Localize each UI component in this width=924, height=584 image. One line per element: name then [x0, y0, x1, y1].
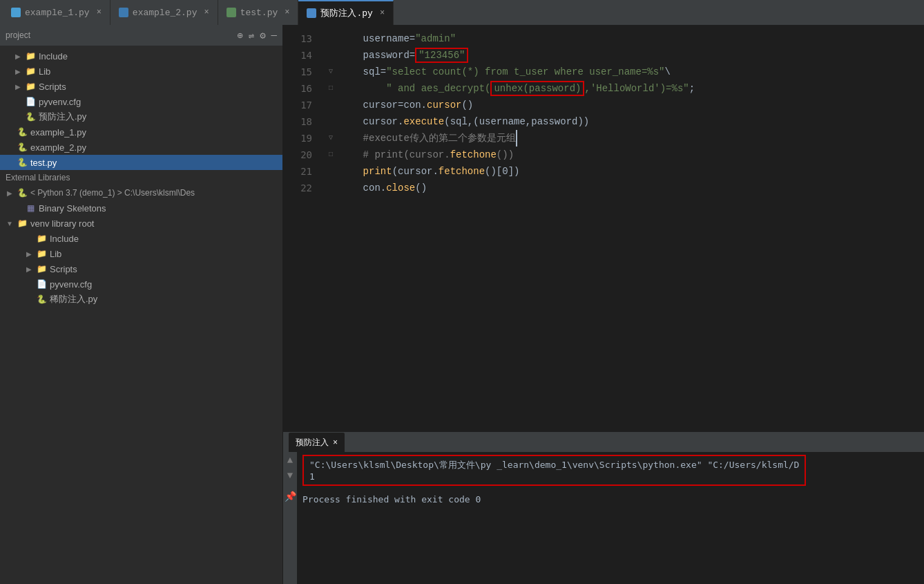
sidebar-item-binary[interactable]: ▦ Binary Skeletons — [0, 200, 282, 216]
terminal-tabs: 预防注入 × — [283, 433, 924, 452]
sidebar-tree: ▶ 📁 Include ▶ 📁 Lib ▶ 📁 Scripts 📄 pyvenv… — [0, 46, 282, 584]
line-numbers: 13 14 15 16 17 18 19 20 21 22 — [283, 25, 318, 432]
fold-14 — [329, 47, 337, 64]
special-icon-yufang: 🐍 — [25, 112, 36, 122]
code-line-15: ▽ sql="select count(*) from t_user where… — [329, 64, 924, 80]
sidebar-item-venv-scripts[interactable]: ▶ 📁 Scripts — [0, 261, 282, 276]
code-text-18: cursor.execute(sql,(username,password)) — [340, 113, 589, 130]
sidebar: project ⊕ ⇌ ⚙ — ▶ 📁 Include ▶ 📁 Lib ▶ 📁 … — [0, 25, 283, 584]
code-text-14: password="123456" — [340, 47, 468, 64]
py-icon-example2: 🐍 — [17, 142, 28, 152]
sidebar-item-yufang[interactable]: 🐍 预防注入.py — [0, 109, 282, 124]
label-example1: example_1.py — [30, 127, 86, 138]
terminal-tab-yufang[interactable]: 预防注入 × — [289, 433, 345, 452]
tab-test[interactable]: test.py × — [218, 0, 299, 25]
fold-22 — [329, 180, 337, 196]
fold-17 — [329, 97, 337, 113]
folder-icon-venv-scripts: 📁 — [36, 264, 47, 274]
down-icon[interactable]: ▼ — [287, 470, 293, 481]
terminal-cmd-line2: 1 — [309, 471, 799, 482]
special-icon-venv-yufang: 🐍 — [36, 294, 47, 304]
terminal-close-icon[interactable]: × — [333, 437, 338, 447]
label-venv: venv library root — [30, 218, 94, 229]
sidebar-item-include[interactable]: ▶ 📁 Include — [0, 48, 282, 64]
tab-icon-example2 — [119, 8, 128, 17]
tab-active[interactable]: 预防注入.py × — [298, 0, 394, 25]
terminal-command-block: "C:\Users\klsml\Desktop\常用文件\py _learn\d… — [302, 455, 806, 486]
terminal-result: Process finished with exit code 0 — [302, 494, 918, 505]
tab-close-example1[interactable]: × — [97, 8, 102, 17]
tab-close-example2[interactable]: × — [204, 8, 209, 17]
folder-icon-scripts: 📁 — [25, 82, 36, 91]
sidebar-item-example1[interactable]: 🐍 example_1.py — [0, 124, 282, 140]
label-example2: example_2.py — [30, 142, 86, 153]
label-venv-include: Include — [50, 234, 79, 244]
arrow-python37: ▶ — [6, 189, 14, 197]
py-icon-test: 🐍 — [17, 158, 28, 167]
sync-icon[interactable]: ⇌ — [249, 30, 254, 41]
fold-13 — [329, 30, 337, 47]
sidebar-item-lib[interactable]: ▶ 📁 Lib — [0, 64, 282, 79]
code-content[interactable]: username="admin" password="123456" ▽ sql… — [318, 25, 924, 432]
fold-15: ▽ — [329, 64, 337, 80]
arrow-include: ▶ — [14, 53, 22, 60]
sidebar-item-python37[interactable]: ▶ 🐍 < Python 3.7 (demo_1) > C:\Users\kls… — [0, 185, 282, 200]
code-editor: 13 14 15 16 17 18 19 20 21 22 username="… — [283, 25, 924, 432]
terminal-area: 预防注入 × ▲ ▼ 📌 "C:\Users\klsml\Desktop\常用文… — [283, 432, 924, 584]
sidebar-item-example2[interactable]: 🐍 example_2.py — [0, 140, 282, 155]
pin-icon[interactable]: 📌 — [285, 491, 296, 502]
label-python37: < Python 3.7 (demo_1) > C:\Users\klsml\D… — [30, 188, 195, 198]
label-binary: Binary Skeletons — [39, 203, 106, 214]
up-icon[interactable]: ▲ — [287, 455, 293, 466]
sidebar-item-pyvenv[interactable]: 📄 pyvenv.cfg — [0, 94, 282, 109]
label-venv-pyvenv: pyvenv.cfg — [50, 279, 92, 290]
code-text-15: sql="select count(*) from t_user where u… — [340, 64, 671, 80]
tab-icon-active — [307, 8, 316, 18]
label-test: test.py — [30, 158, 57, 168]
folder-icon-venv-include: 📁 — [36, 234, 47, 243]
tab-example1[interactable]: example_1.py × — [3, 0, 110, 25]
code-line-22: con.close() — [329, 180, 924, 196]
sidebar-item-venv-include[interactable]: 📁 Include — [0, 231, 282, 246]
folder-icon-lib: 📁 — [25, 66, 36, 76]
label-venv-scripts: Scripts — [50, 264, 77, 274]
main-layout: project ⊕ ⇌ ⚙ — ▶ 📁 Include ▶ 📁 Lib ▶ 📁 … — [0, 25, 924, 584]
arrow-venv: ▼ — [6, 220, 14, 227]
code-line-19: ▽ #execute传入的第二个参数是元组 — [329, 130, 924, 147]
tab-close-test[interactable]: × — [285, 8, 289, 17]
cfg-icon-venv-pyvenv: 📄 — [36, 279, 47, 289]
fold-21 — [329, 163, 337, 180]
fold-18 — [329, 113, 337, 130]
py-icon-example1: 🐍 — [17, 127, 28, 137]
sidebar-item-venv-pyvenv[interactable]: 📄 pyvenv.cfg — [0, 276, 282, 292]
label-include: Include — [39, 51, 68, 62]
content-area: 13 14 15 16 17 18 19 20 21 22 username="… — [283, 25, 924, 584]
label-venv-yufang: 稀防注入.py — [50, 293, 97, 305]
sidebar-item-venv-yufang[interactable]: 🐍 稀防注入.py — [0, 292, 282, 307]
code-line-17: cursor=con.cursor() — [329, 97, 924, 113]
tab-close-active[interactable]: × — [380, 8, 385, 18]
terminal-tab-label: 预防注入 — [296, 437, 329, 449]
tab-label-example2: example_2.py — [133, 8, 198, 18]
cfg-icon-pyvenv: 📄 — [25, 97, 36, 106]
tab-icon-example1 — [11, 8, 21, 17]
settings-icon[interactable]: ⚙ — [260, 30, 265, 41]
code-text-21: print(cursor.fetchone()[0]) — [340, 163, 519, 180]
sidebar-item-venv[interactable]: ▼ 📁 venv library root — [0, 216, 282, 231]
add-icon[interactable]: ⊕ — [237, 30, 242, 41]
python-icon: 🐍 — [17, 188, 28, 198]
tab-example2[interactable]: example_2.py × — [110, 0, 218, 25]
fold-16: □ — [329, 80, 337, 97]
code-text-16: " and aes_decrypt(unhex(password),'Hello… — [340, 80, 695, 97]
sidebar-item-test[interactable]: 🐍 test.py — [0, 155, 282, 170]
label-pyvenv: pyvenv.cfg — [39, 97, 81, 107]
minimize-icon[interactable]: — — [271, 30, 277, 41]
sidebar-item-scripts[interactable]: ▶ 📁 Scripts — [0, 79, 282, 94]
sidebar-item-venv-lib[interactable]: ▶ 📁 Lib — [0, 246, 282, 261]
terminal-content: "C:\Users\klsml\Desktop\常用文件\py _learn\d… — [297, 452, 924, 584]
tab-label-example1: example_1.py — [25, 8, 90, 18]
code-text-19: #execute传入的第二个参数是元组 — [340, 130, 517, 147]
arrow-lib: ▶ — [14, 68, 22, 75]
terminal-cmd-line1: "C:\Users\klsml\Desktop\常用文件\py _learn\d… — [309, 459, 799, 471]
code-line-14: password="123456" — [329, 47, 924, 64]
